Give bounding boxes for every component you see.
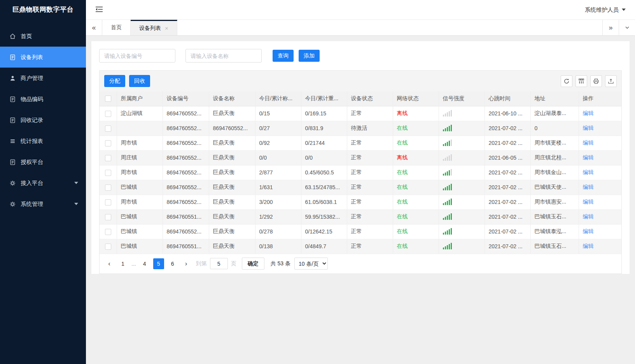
edit-link[interactable]: 编辑	[583, 243, 594, 249]
table-panel: 分配 回收	[99, 70, 622, 274]
row-checkbox[interactable]	[105, 155, 111, 161]
device-name-cell: 巨鼎天衡	[209, 136, 255, 150]
device-name-cell: 8694760552...	[209, 121, 255, 136]
edit-link[interactable]: 编辑	[583, 139, 594, 146]
sidebar-item-system-manage[interactable]: 系统管理	[0, 193, 86, 214]
export-icon[interactable]	[605, 75, 617, 87]
row-checkbox[interactable]	[105, 229, 111, 235]
sidebar-item-item-code[interactable]: 物品编码	[0, 89, 86, 110]
device-name-input[interactable]	[185, 49, 262, 63]
tabs-scroll-left-button[interactable]: «	[86, 20, 102, 35]
sidebar-item-home[interactable]: 首页	[0, 26, 86, 47]
sidebar-item-label: 商户管理	[21, 75, 43, 82]
column-header: 设备名称	[209, 91, 255, 106]
today-count-cell: 0/27	[255, 121, 301, 136]
merchant-cell: 淀山湖镇	[117, 106, 163, 121]
row-checkbox[interactable]	[105, 170, 111, 176]
sidebar-item-label: 授权平台	[21, 158, 43, 166]
table-tool-icons	[558, 75, 617, 87]
page-unit-label: 页	[231, 260, 236, 267]
merchant-cell: 巴城镇	[117, 239, 163, 254]
address-cell: 巴城镇天使...	[530, 180, 579, 195]
sidebar-item-recycle-record[interactable]: 回收记录	[0, 110, 86, 131]
sidebar-item-merchant-manage[interactable]: 商户管理	[0, 68, 86, 89]
sidebar-item-label: 回收记录	[21, 117, 43, 124]
signal-cell	[439, 195, 485, 209]
device-no-cell: 8694760552...	[163, 150, 209, 165]
merchant-cell: 周庄镇	[117, 150, 163, 165]
row-checkbox[interactable]	[105, 125, 111, 132]
heartbeat-cell: 2021-07-02 ...	[485, 121, 530, 136]
page-button-1[interactable]: 1	[117, 258, 128, 269]
table-row: 8694760552...8694760552...0/270/831.9待激活…	[100, 121, 621, 136]
sidebar-item-auth-platform[interactable]: 授权平台	[0, 152, 86, 172]
device-status-cell: 正常	[347, 165, 393, 180]
edit-link[interactable]: 编辑	[583, 169, 594, 175]
prev-page-icon[interactable]: ‹	[104, 258, 115, 269]
tabs-menu-button[interactable]	[619, 20, 635, 35]
column-header: 今日/累计重...	[301, 91, 347, 106]
heartbeat-cell: 2021-07-02 ...	[485, 224, 530, 239]
edit-link[interactable]: 编辑	[583, 184, 594, 190]
merchant-cell: 巴城镇	[117, 224, 163, 239]
table-row: 淀山湖镇8694760552...巨鼎天衡0/150/169.15正常离线202…	[100, 106, 621, 121]
columns-icon[interactable]	[576, 75, 587, 87]
network-status-badge: 离线	[397, 110, 408, 116]
column-header: 网络状态	[393, 91, 439, 106]
row-checkbox[interactable]	[105, 214, 111, 220]
edit-link[interactable]: 编辑	[583, 199, 594, 205]
row-checkbox[interactable]	[105, 185, 111, 191]
refresh-icon[interactable]	[561, 75, 572, 87]
recycle-button[interactable]: 回收	[129, 75, 150, 87]
tab-home[interactable]: 首页	[102, 20, 131, 35]
network-status-cell: 在线	[393, 224, 439, 239]
edit-link[interactable]: 编辑	[583, 125, 594, 131]
main-column: 系统维护人员 « 首页设备列表× » 查询 添加	[86, 0, 635, 364]
sidebar-item-report[interactable]: 统计报表	[0, 131, 86, 152]
user-menu[interactable]: 系统维护人员	[585, 6, 626, 14]
edit-link[interactable]: 编辑	[583, 228, 594, 234]
today-weight-cell: 0/21744	[301, 136, 347, 150]
menu-collapse-icon[interactable]	[95, 6, 104, 13]
column-header: 操作	[579, 91, 621, 106]
edit-link[interactable]: 编辑	[583, 213, 594, 219]
network-status-cell: 在线	[393, 195, 439, 209]
assign-button[interactable]: 分配	[104, 75, 125, 87]
device-status-cell: 正常	[347, 209, 393, 224]
next-page-icon[interactable]: ›	[181, 258, 192, 269]
today-count-cell: 1/292	[255, 209, 301, 224]
confirm-button[interactable]: 确定	[242, 258, 264, 270]
print-icon[interactable]	[590, 75, 602, 87]
goto-page-input[interactable]	[210, 258, 228, 269]
sidebar-item-access-platform[interactable]: 接入平台	[0, 172, 86, 193]
page-button-4[interactable]: 4	[139, 258, 150, 269]
page-size-select[interactable]: 10 条/页	[294, 258, 328, 270]
device-name-cell: 巨鼎天衡	[209, 165, 255, 180]
page-button-6[interactable]: 6	[167, 258, 178, 269]
topbar: 系统维护人员	[86, 0, 635, 19]
signal-cell	[439, 180, 485, 195]
device-name-cell: 巨鼎天衡	[209, 209, 255, 224]
edit-link[interactable]: 编辑	[583, 154, 594, 160]
sidebar: 巨鼎物联网数字平台 首页设备列表商户管理物品编码回收记录统计报表授权平台接入平台…	[0, 0, 86, 364]
today-count-cell: 0/278	[255, 224, 301, 239]
device-no-input[interactable]	[99, 49, 175, 63]
close-icon[interactable]: ×	[165, 25, 168, 31]
row-checkbox[interactable]	[105, 111, 111, 117]
page-button-5[interactable]: 5	[153, 258, 164, 269]
sidebar-item-device-list[interactable]: 设备列表	[0, 47, 86, 68]
row-checkbox[interactable]	[105, 140, 111, 146]
query-button[interactable]: 查询	[273, 50, 294, 62]
table-row: 巴城镇8694760551...巨鼎天衡0/1380/4849.7正常在线202…	[100, 239, 621, 254]
network-status-badge: 在线	[397, 139, 408, 146]
row-checkbox[interactable]	[105, 244, 111, 250]
tab-device-list[interactable]: 设备列表×	[131, 20, 177, 35]
edit-link[interactable]: 编辑	[583, 110, 594, 116]
table-row: 周市镇8694760552...巨鼎天衡3/20061.05/6038.1正常在…	[100, 195, 621, 209]
row-checkbox[interactable]	[105, 199, 111, 206]
select-all-checkbox[interactable]	[105, 96, 111, 102]
signal-cell	[439, 136, 485, 150]
today-count-cell: 0/15	[255, 106, 301, 121]
tabs-scroll-right-button[interactable]: »	[602, 20, 619, 35]
add-button[interactable]: 添加	[299, 50, 320, 62]
